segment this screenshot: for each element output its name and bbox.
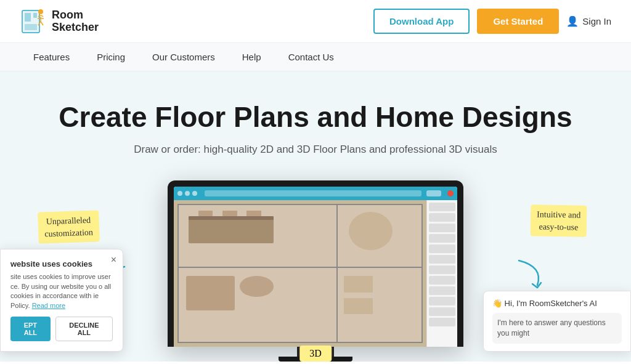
sign-in-button[interactable]: 👤 Sign In <box>566 15 611 27</box>
hero-subtitle: Draw or order: high-quality 2D and 3D Fl… <box>12 144 619 156</box>
app-sidebar <box>426 200 457 347</box>
svg-rect-3 <box>25 24 37 30</box>
sign-in-label: Sign In <box>582 16 611 26</box>
nav-item-contact-us[interactable]: Contact Us <box>275 44 348 70</box>
svg-rect-2 <box>33 13 37 18</box>
accept-all-button[interactable]: EPT ALL <box>10 317 51 341</box>
decline-all-button[interactable]: DECLINE ALL <box>55 317 113 341</box>
annotation-right: Intuitive and easy-to-use <box>530 204 587 237</box>
main-nav: Features Pricing Our Customers Help Cont… <box>0 43 631 71</box>
hero-title: Create Floor Plans and Home Designs <box>38 101 593 134</box>
logo-icon <box>20 6 46 38</box>
cookie-title: website uses cookies <box>10 259 113 269</box>
header-actions: Download App Get Started 👤 Sign In <box>373 9 611 34</box>
logo-line1: Room <box>52 9 99 22</box>
read-more-link[interactable]: Read more <box>32 302 65 309</box>
cookie-buttons: EPT ALL DECLINE ALL <box>10 317 113 341</box>
cookie-text: site uses cookies to improve user ce. By… <box>10 272 113 310</box>
annotation-right-line2: easy-to-use <box>539 222 578 232</box>
nav-item-pricing[interactable]: Pricing <box>83 44 139 70</box>
chat-message: I'm here to answer any questions you mig… <box>492 313 622 344</box>
floorplan-canvas <box>174 200 426 347</box>
annotation-left: Unparalleled customization <box>38 210 99 244</box>
download-app-button[interactable]: Download App <box>373 9 470 34</box>
person-icon: 👤 <box>566 15 579 27</box>
monitor-screen <box>174 187 457 347</box>
annotation-right-line1: Intuitive and <box>537 209 580 219</box>
label-3d: 3D <box>299 346 332 362</box>
svg-point-4 <box>38 9 43 14</box>
annotation-left-line1: Unparalleled <box>46 216 91 227</box>
header: Room Sketcher Download App Get Started 👤… <box>0 0 631 43</box>
floorplan-body <box>174 200 457 347</box>
svg-rect-1 <box>25 13 31 22</box>
nav-item-features[interactable]: Features <box>20 44 83 70</box>
annotation-left-line2: customization <box>44 227 93 238</box>
monitor-mockup: 3D <box>168 180 463 362</box>
app-toolbar <box>174 187 457 200</box>
monitor-frame <box>168 180 463 347</box>
logo-text: Room Sketcher <box>52 9 99 34</box>
cookie-close-button[interactable]: × <box>111 254 116 265</box>
get-started-button[interactable]: Get Started <box>477 9 559 34</box>
arrow-right-icon <box>507 254 556 291</box>
logo[interactable]: Room Sketcher <box>20 6 99 38</box>
nav-item-our-customers[interactable]: Our Customers <box>139 44 229 70</box>
chat-widget: 👋 Hi, I'm RoomSketcher's AI I'm here to … <box>483 291 631 352</box>
logo-line2: Sketcher <box>52 22 99 34</box>
chat-greeting: 👋 Hi, I'm RoomSketcher's AI <box>492 299 622 308</box>
nav-item-help[interactable]: Help <box>229 44 275 70</box>
svg-line-8 <box>41 22 43 25</box>
cookie-banner: × website uses cookies site uses cookies… <box>0 249 123 352</box>
